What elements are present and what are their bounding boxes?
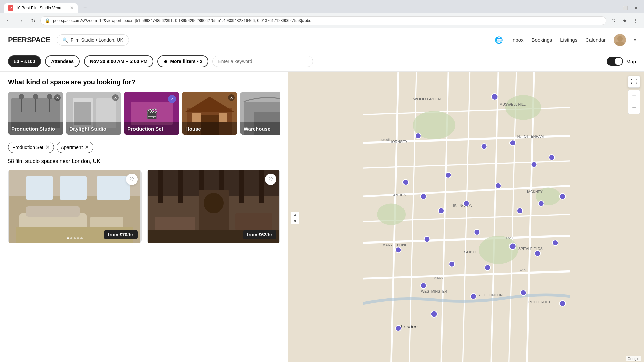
logo[interactable]: PEERSPACE <box>8 36 50 44</box>
heart-button-1[interactable]: ♡ <box>126 174 138 185</box>
keyword-input[interactable] <box>212 56 313 67</box>
svg-rect-43 <box>158 170 163 203</box>
browser-toolbar: ← → ↻ 🔒 peerspace.com/s/?zoom=12&viewpor… <box>0 13 644 28</box>
listing-image-1: ♡ from £70/hr <box>8 170 142 243</box>
svg-point-108 <box>424 236 430 242</box>
forward-button[interactable]: → <box>16 16 25 25</box>
back-button[interactable]: ← <box>4 16 13 25</box>
space-type-remove-btn[interactable]: ✕ <box>112 94 119 101</box>
svg-point-118 <box>431 311 437 317</box>
header-nav: 🌐 Inbox Bookings Listings Calendar ▾ <box>495 34 636 46</box>
svg-point-115 <box>421 283 426 289</box>
nav-bookings[interactable]: Bookings <box>532 37 552 43</box>
app-header: PEERSPACE 🔍 Film Studio • London, UK 🌐 I… <box>0 28 644 51</box>
space-type-house[interactable]: House ✕ <box>182 92 237 135</box>
dot <box>80 237 83 239</box>
address-bar[interactable]: 🔒 peerspace.com/s/?zoom=12&viewport_bbox… <box>40 16 606 25</box>
svg-point-98 <box>531 162 537 167</box>
listing-card-1[interactable]: ♡ from £70/hr <box>8 170 142 243</box>
svg-point-100 <box>495 183 501 189</box>
svg-point-1 <box>615 41 625 46</box>
more-filters-label: More filters • 2 <box>170 59 202 64</box>
address-text: peerspace.com/s/?zoom=12&viewport_bbox=[… <box>53 18 602 23</box>
search-icon: 🔍 <box>62 37 68 43</box>
svg-point-105 <box>538 201 544 206</box>
svg-point-114 <box>485 265 490 270</box>
filter-tag-remove-icon[interactable]: ✕ <box>85 144 89 150</box>
space-type-warehouse[interactable]: Warehouse ✕ <box>240 92 280 135</box>
space-type-remove-btn[interactable]: ✕ <box>228 94 235 101</box>
svg-rect-53 <box>235 213 272 230</box>
svg-text:N. TOTTENHAM: N. TOTTENHAM <box>517 134 544 138</box>
filter-tag-apartment[interactable]: Apartment ✕ <box>57 142 94 153</box>
svg-text:HACKNEY: HACKNEY <box>525 190 542 194</box>
space-type-remove-btn[interactable]: ✕ <box>54 94 61 101</box>
svg-rect-26 <box>219 113 227 122</box>
svg-text:CITY OF LONDON: CITY OF LONDON <box>473 293 503 297</box>
price-filter-button[interactable]: £0 – £100 <box>8 55 41 67</box>
filter-tag-remove-icon[interactable]: ✕ <box>45 144 50 150</box>
filter-tag-production-set[interactable]: Production Set ✕ <box>8 142 54 153</box>
tab-close-btn[interactable]: ✕ <box>70 5 74 11</box>
svg-rect-40 <box>97 176 130 200</box>
left-panel: What kind of space are you looking for? … <box>0 72 288 362</box>
space-type-label: Warehouse <box>244 126 270 132</box>
map-scroll-handle[interactable]: ▲ ▼ <box>291 212 299 224</box>
space-type-daylight-studio[interactable]: Daylight Studio ✕ <box>66 92 121 135</box>
search-bar[interactable]: 🔍 Film Studio • London, UK <box>57 34 129 46</box>
zoom-in-button[interactable]: + <box>628 90 640 102</box>
zoom-group: + − <box>628 90 640 114</box>
space-type-production-studio[interactable]: Production Studio ✕ <box>8 92 63 135</box>
map-label: Map <box>626 59 636 64</box>
refresh-button[interactable]: ↻ <box>28 16 38 25</box>
dot <box>70 237 72 239</box>
svg-text:WESTMINSTER: WESTMINSTER <box>421 289 447 293</box>
zoom-out-button[interactable]: − <box>628 102 640 114</box>
minimize-button[interactable]: — <box>610 4 619 12</box>
toggle-knob <box>615 58 622 65</box>
globe-icon[interactable]: 🌐 <box>495 36 503 44</box>
map-container[interactable]: WOOD GREEN MUSWELL HILL HORNSEY N. TOTTE… <box>288 72 644 362</box>
price-badge-1: from £70/hr <box>104 230 138 239</box>
new-tab-button[interactable]: + <box>80 3 90 13</box>
nav-listings[interactable]: Listings <box>560 37 577 43</box>
svg-text:MUSWELL HILL: MUSWELL HILL <box>499 102 526 106</box>
nav-inbox[interactable]: Inbox <box>511 37 524 43</box>
map-svg: WOOD GREEN MUSWELL HILL HORNSEY N. TOTTE… <box>288 72 644 362</box>
browser-chrome: P 10 Best Film Studio Venues - Lon... ✕ … <box>0 0 644 28</box>
svg-rect-14 <box>74 102 91 125</box>
maximize-button[interactable]: ⬜ <box>621 4 629 12</box>
heart-button-2[interactable]: ♡ <box>265 174 276 185</box>
svg-text:CAMDEN: CAMDEN <box>391 193 406 197</box>
svg-point-70 <box>505 95 541 120</box>
listing-card-2[interactable]: ♡ from £62/hr <box>147 170 280 243</box>
svg-point-94 <box>510 140 516 146</box>
svg-rect-48 <box>259 170 264 203</box>
space-type-production-set[interactable]: 🎬 Production Set ✓ <box>124 92 179 135</box>
menu-button[interactable]: ⋮ <box>631 16 640 25</box>
scroll-down-icon: ▼ <box>292 218 298 224</box>
svg-rect-38 <box>26 176 53 200</box>
svg-text:ISLINGTON: ISLINGTON <box>453 204 472 208</box>
attendees-filter-button[interactable]: Attendees <box>45 55 80 67</box>
fullscreen-button[interactable]: ⛶ <box>628 76 640 88</box>
svg-text:HORNSEY: HORNSEY <box>390 140 408 144</box>
svg-point-99 <box>549 155 555 160</box>
svg-rect-52 <box>155 217 195 230</box>
map-toggle-switch[interactable] <box>607 57 623 66</box>
bookmark-button[interactable]: ★ <box>620 16 629 25</box>
map-toggle[interactable]: Map <box>607 57 636 66</box>
lock-icon: 🔒 <box>45 18 50 23</box>
close-button[interactable]: ✕ <box>632 4 640 12</box>
date-filter-button[interactable]: Nov 30 9:00 AM – 5:00 PM <box>84 55 153 67</box>
scroll-up-icon: ▲ <box>292 212 298 218</box>
more-filters-button[interactable]: ⊞ More filters • 2 <box>157 55 208 67</box>
nav-calendar[interactable]: Calendar <box>585 37 606 43</box>
extensions-button[interactable]: 🛡 <box>609 16 619 25</box>
svg-text:🎬: 🎬 <box>146 108 158 119</box>
chevron-down-icon[interactable]: ▾ <box>634 38 636 42</box>
avatar[interactable] <box>614 34 626 46</box>
svg-point-102 <box>438 208 444 214</box>
filter-tag-label: Apartment <box>61 145 83 150</box>
browser-tab[interactable]: P 10 Best Film Studio Venues - Lon... ✕ <box>4 3 78 13</box>
